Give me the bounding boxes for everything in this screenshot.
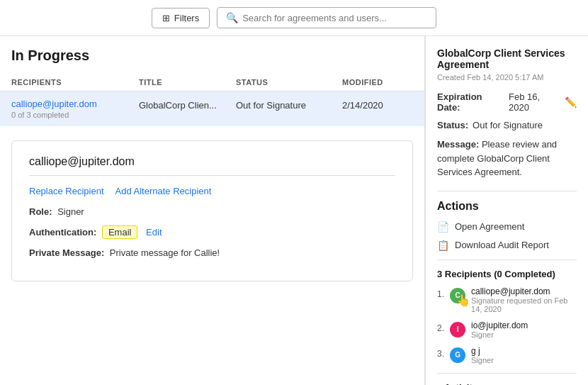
col-header-recipients: RECIPIENTS <box>11 78 139 87</box>
section-title: In Progress <box>0 48 424 64</box>
expiration-label: Expiration Date: <box>437 91 504 113</box>
recipient-info: g jSigner <box>471 346 494 364</box>
table-header: RECIPIENTS TITLE STATUS MODIFIED <box>0 74 424 91</box>
recipient-sub: 0 of 3 completed <box>11 111 139 119</box>
avatar: C👆 <box>450 288 465 303</box>
recipient-email-text: g j <box>471 346 494 356</box>
recipient-info: calliope@jupiter.domSignature requested … <box>471 286 577 313</box>
agreement-title: GlobalCorp Client Services Agreement <box>437 48 577 70</box>
auth-value: Email <box>102 225 138 239</box>
divider-1 <box>437 191 577 191</box>
recipients-header: 3 Recipients (0 Completed) <box>437 269 577 279</box>
auth-edit-link[interactable]: Edit <box>146 227 162 238</box>
replace-recipient-link[interactable]: Replace Recipient <box>29 186 104 196</box>
recipient-item: 2.Iio@jupiter.domSigner <box>437 320 577 339</box>
actions-title: Actions <box>437 200 577 213</box>
auth-label: Authentication: <box>29 227 96 238</box>
cursor-pointer-icon: 👆 <box>456 294 470 307</box>
right-panel: GlobalCorp Client Services Agreement Cre… <box>425 36 588 385</box>
recipient-item: 1.C👆calliope@jupiter.domSignature reques… <box>437 286 577 313</box>
detail-email: calliope@jupiter.dom <box>29 155 395 176</box>
open-agreement-label: Open Agreement <box>455 221 524 232</box>
filters-label: Filters <box>174 13 199 23</box>
search-input[interactable] <box>242 13 427 23</box>
detail-auth-row: Authentication: Email Edit <box>29 225 395 239</box>
recipient-email: calliope@jupiter.dom <box>11 99 139 109</box>
private-value: Private message for Callie! <box>110 247 220 258</box>
detail-card: calliope@jupiter.dom Replace Recipient A… <box>11 140 413 281</box>
detail-private-row: Private Message: Private message for Cal… <box>29 247 395 258</box>
divider-2 <box>437 260 577 260</box>
chevron-right-icon: › <box>437 382 440 385</box>
row-title: GlobalCorp Clien... <box>139 99 236 111</box>
toolbar: ⊞ Filters 🔍 <box>0 0 588 36</box>
divider-3 <box>437 373 577 374</box>
avatar: G <box>450 347 465 363</box>
status-label: Status: <box>437 120 468 130</box>
avatar: I <box>450 322 465 337</box>
recipient-number: 3. <box>437 349 444 359</box>
col-header-modified: MODIFIED <box>342 78 413 87</box>
main-area: In Progress RECIPIENTS TITLE STATUS MODI… <box>0 36 588 385</box>
message-label: Message: <box>437 139 479 150</box>
row-recipient: calliope@jupiter.dom 0 of 3 completed <box>11 99 139 119</box>
row-status: Out for Signature <box>236 99 342 111</box>
role-value: Signer <box>57 206 84 217</box>
recipient-email-text: io@jupiter.dom <box>471 320 528 330</box>
message-field: Message: Please review and complete Glob… <box>437 138 577 179</box>
status-field: Status: Out for Signature <box>437 120 577 130</box>
activity-label: Activity <box>444 382 477 386</box>
recipient-email-text: calliope@jupiter.dom <box>471 286 577 296</box>
col-header-title: TITLE <box>139 78 236 87</box>
private-label: Private Message: <box>29 247 104 258</box>
download-audit-action[interactable]: 📋 Download Audit Report <box>437 240 577 251</box>
created-label: Created Feb 14, 2020 5:17 AM <box>437 73 577 82</box>
expiration-value: Feb 16, 2020 <box>509 91 560 113</box>
detail-actions: Replace Recipient Add Alternate Recipien… <box>29 186 395 196</box>
recipient-number: 1. <box>437 289 444 299</box>
table-row[interactable]: calliope@jupiter.dom 0 of 3 completed Gl… <box>0 91 424 126</box>
left-panel: In Progress RECIPIENTS TITLE STATUS MODI… <box>0 36 425 385</box>
recipient-item: 3.Gg jSigner <box>437 346 577 364</box>
expiration-field: Expiration Date: Feb 16, 2020 ✏️ <box>437 91 577 113</box>
recipient-sub-text: Signer <box>471 330 528 339</box>
activity-section[interactable]: › Activity <box>437 382 577 386</box>
search-icon: 🔍 <box>226 12 238 23</box>
recipients-list: 1.C👆calliope@jupiter.domSignature reques… <box>437 286 577 364</box>
col-header-status: STATUS <box>236 78 342 87</box>
row-modified: 2/14/2020 <box>342 99 413 111</box>
role-label: Role: <box>29 206 52 217</box>
filter-icon: ⊞ <box>162 13 170 23</box>
recipient-sub-text: Signer <box>471 356 494 364</box>
document-icon: 📄 <box>437 221 449 233</box>
search-container: 🔍 <box>217 7 436 28</box>
filters-button[interactable]: ⊞ Filters <box>152 8 210 28</box>
recipient-sub-text: Signature requested on Feb 14, 2020 <box>471 296 577 313</box>
add-alternate-link[interactable]: Add Alternate Recipient <box>115 186 212 196</box>
recipient-info: io@jupiter.domSigner <box>471 320 528 339</box>
audit-icon: 📋 <box>437 240 449 251</box>
detail-role-row: Role: Signer <box>29 206 395 217</box>
recipient-number: 2. <box>437 323 444 333</box>
download-audit-label: Download Audit Report <box>455 240 549 250</box>
expiration-edit-icon[interactable]: ✏️ <box>565 96 577 108</box>
open-agreement-action[interactable]: 📄 Open Agreement <box>437 221 577 233</box>
status-value: Out for Signature <box>473 120 543 130</box>
